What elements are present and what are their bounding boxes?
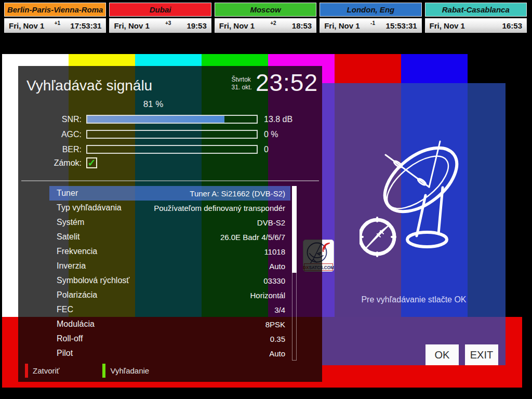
city-time: Fri, Nov 1 16:53 [425,18,527,33]
row-rolloff[interactable]: Roll-off0.35 [49,331,290,346]
agc-meter: AGC: 0 % [18,127,322,142]
row-pilot[interactable]: PilotAuto [49,346,290,361]
world-clock-bar: Berlin-Paris-Vienna-Roma Fri, Nov 1 +1 1… [4,3,527,35]
clock-cell-london: London, Eng Fri, Nov 1 -1 15:53:31 [320,3,421,35]
signal-percent: 81 % [18,99,288,110]
ber-label: BER: [18,145,82,154]
satellite-dish-icon [360,134,474,268]
lock-row: Zámok: ✓ [18,157,97,168]
city-clock: 19:53 [187,21,206,30]
snr-bar [86,115,258,124]
search-shortcut[interactable]: Vyhľadanie [102,363,149,378]
city-utc-offset: +1 [55,20,60,26]
city-utc-offset: -1 [370,20,375,26]
city-time: Fri, Nov 1 -1 15:53:31 [320,18,421,33]
press-ok-hint: Pre vyhľadávanie stlačte OK [327,295,500,304]
city-time: Fri, Nov 1 +3 19:53 [109,18,211,33]
agc-label: AGC: [18,130,82,139]
row-frequency[interactable]: Frekvencia11018 [49,244,290,259]
row-system[interactable]: SystémDVB-S2 [49,215,290,230]
clock-cell-rabat: Rabat-Casablanca Fri, Nov 1 16:53 [425,3,527,35]
city-clock: 18:53 [292,21,312,30]
row-search-type[interactable]: Typ vyhľadávaniaPoužívateľom definovaný … [49,201,290,215]
snr-value: 13.8 dB [264,115,292,124]
signal-finder-dialog: Vyhľadávač signálu Štvrtok 31. okt. 23:5… [18,66,322,382]
city-date: Fri, Nov 1 [219,21,255,30]
clock-cell-dubai: Dubai Fri, Nov 1 +3 19:53 [109,3,211,35]
row-polarization[interactable]: PolarizáciaHorizontál [49,288,290,302]
city-time: Fri, Nov 1 +1 17:53:31 [4,18,106,33]
tv-screen: Berlin-Paris-Vienna-Roma Fri, Nov 1 +1 1… [0,0,532,399]
row-tuner[interactable]: TunerTuner A: Si21662 (DVB-S2) [49,186,290,201]
agc-value: 0 % [264,130,278,139]
close-shortcut[interactable]: Zatvoriť [25,363,59,378]
city-date: Fri, Nov 1 [114,21,149,30]
dialog-clock: Štvrtok 31. okt. 23:52 [232,70,318,95]
search-hint-panel: Pre vyhľadávanie stlačte OK [322,83,506,365]
tuning-parameters-list: TunerTuner A: Si21662 (DVB-S2) Typ vyhľa… [49,186,290,361]
clock-cell-moscow: Moscow Fri, Nov 1 +2 18:53 [215,3,316,35]
snr-label: SNR: [18,115,82,124]
checkmark-icon: ✓ [88,158,96,167]
city-name: London, Eng [320,3,421,17]
clock-time: 23:52 [256,70,318,95]
clock-date: 31. okt. [232,84,252,91]
red-key-icon [25,364,28,378]
city-date: Fri, Nov 1 [9,21,44,30]
row-modulation[interactable]: Modulácia8PSK [49,317,290,331]
exit-button[interactable]: EXIT [465,344,498,365]
signal-meters: SNR: 13.8 dB AGC: 0 % BER: 0 [18,112,322,157]
lock-checkbox[interactable]: ✓ [86,157,97,168]
city-name: Berlin-Paris-Vienna-Roma [4,3,106,17]
city-utc-offset: +2 [270,20,276,26]
snr-meter: SNR: 13.8 dB [18,112,322,127]
green-key-icon [102,364,105,378]
city-clock: 17:53:31 [70,21,101,30]
agc-bar [86,130,258,139]
row-fec[interactable]: FEC3/4 [49,302,290,317]
clock-cell-berlin: Berlin-Paris-Vienna-Roma Fri, Nov 1 +1 1… [4,3,106,35]
city-name: Moscow [215,3,316,17]
ber-value: 0 [264,145,269,154]
city-clock: 15:53:31 [386,21,417,30]
dialog-title: Vyhľadávač signálu [26,77,152,94]
ber-bar [86,145,258,154]
divider-line [21,180,319,181]
city-name: Rabat-Casablanca [425,3,527,17]
lock-label: Zámok: [18,158,82,168]
city-date: Fri, Nov 1 [430,21,465,30]
clock-day: Štvrtok [232,76,252,84]
dialog-footer: Zatvoriť Vyhľadanie [18,362,322,379]
city-utc-offset: +3 [165,20,171,26]
ber-meter: BER: 0 [18,142,322,157]
row-inversion[interactable]: InverziaAuto [49,259,290,273]
ok-button[interactable]: OK [425,344,459,365]
row-satellite[interactable]: Satelit26.0E Badr 4/5/6/7 [49,230,290,244]
city-clock: 16:53 [502,21,522,30]
scrollbar-track[interactable] [292,186,297,361]
scrollbar-thumb[interactable] [292,186,297,273]
row-symbol-rate[interactable]: Symbolová rýchlosť03330 [49,273,290,288]
city-date: Fri, Nov 1 [324,21,360,30]
city-name: Dubai [109,3,211,17]
city-time: Fri, Nov 1 +2 18:53 [215,18,316,33]
